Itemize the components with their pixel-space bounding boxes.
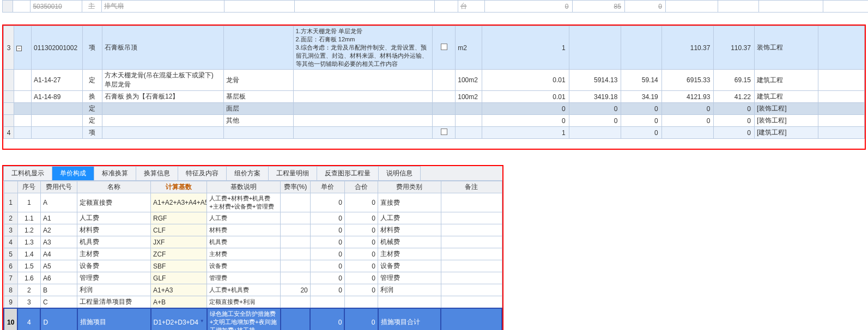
checkbox[interactable] (441, 129, 447, 135)
tab-bar: 工料机显示单价构成标准换算换算信息特征及内容组价方案工程量明细反查图形工程量说明… (3, 166, 502, 181)
table-row[interactable]: 104D措施项目D1+D2+D3+D4▼绿色施工安全防护措施费+文明工地增加费+… (4, 308, 502, 330)
tab-3[interactable]: 换算信息 (136, 166, 178, 180)
col-header[interactable]: 备注 (441, 181, 502, 193)
col-header[interactable]: 基数说明 (207, 181, 281, 193)
col-header[interactable]: 计算基数 (151, 181, 207, 193)
col-header[interactable]: 单价 (310, 181, 344, 193)
tab-4[interactable]: 特征及内容 (178, 166, 227, 180)
table-row[interactable]: 21.1A1人工费RGF人工费00人工费 (4, 212, 502, 224)
top-grid-highlight: 3−011302001002项石膏板吊顶1.方木天棚龙骨 单层龙骨2.面层：石膏… (2, 25, 866, 150)
table-row[interactable]: 61.5A5设备费SBF设备费00设备费 (4, 260, 502, 272)
table-row[interactable]: 93C工程量清单项目费A+B定额直接费+利润 (4, 296, 502, 309)
col-header[interactable] (4, 181, 17, 193)
table-row[interactable]: 11A定额直接费A1+A2+A3+A4+A5+A6人工费+材料费+机具费+主材费… (4, 193, 502, 212)
tab-8[interactable]: 说明信息 (378, 166, 421, 180)
table-row[interactable]: 50350010主排气扇台0850 (3, 1, 869, 13)
table-row[interactable]: 定面层00000[装饰工程] (4, 103, 865, 115)
table-row[interactable]: 51.4A4主材费ZCF主材费00主材费 (4, 248, 502, 260)
table-row[interactable]: 4项100[建筑工程] (4, 127, 865, 139)
table-row[interactable]: A1-14-89换石膏板 换为【石膏板12】基层板100m20.013419.1… (4, 91, 865, 103)
tab-2[interactable]: 标准换算 (94, 166, 136, 180)
top-grid[interactable]: 3−011302001002项石膏板吊顶1.方木天棚龙骨 单层龙骨2.面层：石膏… (3, 26, 865, 139)
tab-6[interactable]: 工程量明细 (268, 166, 317, 180)
table-row[interactable]: 定其他00000[装饰工程] (4, 115, 865, 127)
col-header[interactable]: 名称 (77, 181, 151, 193)
table-row[interactable]: A1-14-27定方木天棚龙骨(吊在混凝土板下或梁下) 单层龙骨龙骨100m20… (4, 70, 865, 91)
table-row[interactable]: 41.3A3机具费JXF机具费00机械费 (4, 236, 502, 248)
col-header[interactable]: 合价 (344, 181, 378, 193)
table-row[interactable]: 82B利润A1+A3人工费+机具费2000利润 (4, 284, 502, 296)
checkbox[interactable] (441, 44, 447, 50)
col-header[interactable]: 费率(%) (281, 181, 311, 193)
bottom-panel-highlight: 工料机显示单价构成标准换算换算信息特征及内容组价方案工程量明细反查图形工程量说明… (2, 165, 503, 330)
col-header[interactable]: 序号 (17, 181, 40, 193)
tab-5[interactable]: 组价方案 (226, 166, 269, 180)
bottom-grid[interactable]: 序号费用代号名称计算基数基数说明费率(%)单价合价费用类别备注 11A定额直接费… (3, 181, 502, 330)
table-row[interactable]: 71.6A6管理费GLF管理费00管理费 (4, 272, 502, 284)
collapse-icon[interactable]: − (16, 46, 22, 51)
tab-7[interactable]: 反查图形工程量 (317, 166, 379, 180)
tab-1[interactable]: 单价构成 (52, 166, 94, 180)
tab-0[interactable]: 工料机显示 (3, 166, 52, 180)
col-header[interactable]: 费用代号 (40, 181, 77, 193)
table-row[interactable]: 31.2A2材料费CLF材料费00材料费 (4, 224, 502, 236)
dropdown-icon[interactable]: ▼ (200, 319, 204, 323)
col-header[interactable]: 费用类别 (378, 181, 441, 193)
table-row[interactable]: 3−011302001002项石膏板吊顶1.方木天棚龙骨 单层龙骨2.面层：石膏… (4, 26, 865, 70)
